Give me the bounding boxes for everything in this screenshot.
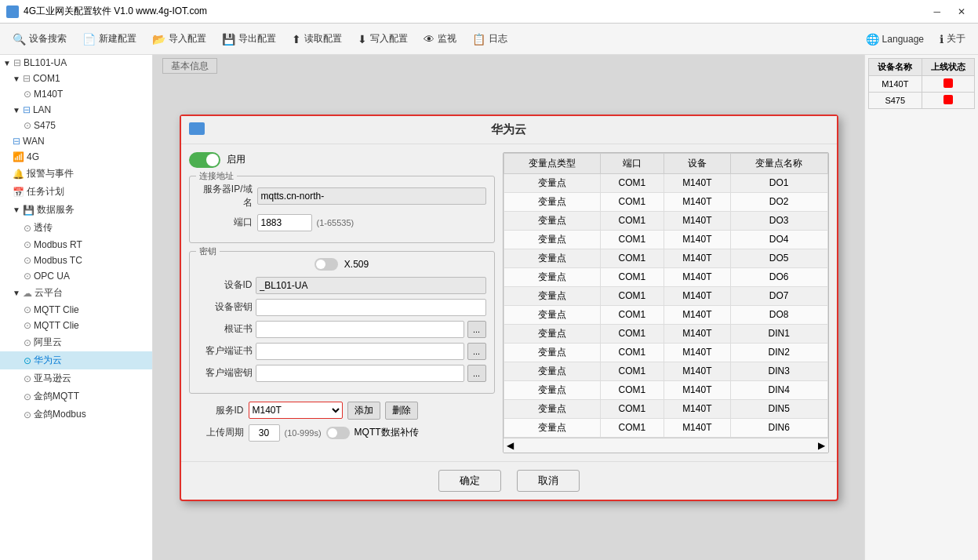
table-row[interactable]: 变量点 COM1 M140T DO1 <box>504 173 827 192</box>
table-row[interactable]: 变量点 COM1 M140T DO2 <box>504 192 827 211</box>
cell-type: 变量点 <box>504 230 601 249</box>
write-config-button[interactable]: ⬇ 写入配置 <box>351 29 414 49</box>
sidebar-item-mqtt1[interactable]: ⊙ MQTT Clie <box>0 302 152 318</box>
variable-table: 变量点类型 端口 设备 变量点名称 变量点 COM1 M140T DO1 <box>504 153 828 438</box>
device-name: M140T <box>869 76 922 93</box>
deviceid-input[interactable] <box>256 277 486 294</box>
monitor-button[interactable]: 👁 监视 <box>417 29 463 49</box>
minimize-button[interactable]: ─ <box>927 3 947 20</box>
content-area: 基本信息 华为云 启用 <box>153 55 864 560</box>
cell-varname: DIN5 <box>730 399 827 418</box>
sidebar-item-amazon[interactable]: ⊙ 亚马逊云 <box>0 369 152 387</box>
4g-icon: 📶 <box>13 151 24 162</box>
cell-device: M140T <box>664 362 730 380</box>
upload-period-input[interactable] <box>249 424 280 442</box>
ok-button[interactable]: 确定 <box>438 470 501 492</box>
clientkey-browse-btn[interactable]: ... <box>467 365 486 382</box>
sidebar-item-mqtt2[interactable]: ⊙ MQTT Clie <box>0 318 152 333</box>
table-row[interactable]: 变量点 COM1 M140T DO3 <box>504 211 827 230</box>
import-config-button[interactable]: 📂 导入配置 <box>146 29 213 49</box>
port-row: 端口 (1-65535) <box>198 214 486 231</box>
expand-icon3: ▼ <box>13 106 20 115</box>
cell-type: 变量点 <box>504 267 601 286</box>
table-scroll-right[interactable]: ▶ <box>818 440 825 451</box>
sidebar-item-dataservice[interactable]: ▼ 💾 数据服务 <box>0 201 152 219</box>
sidebar-item-opcua[interactable]: ⊙ OPC UA <box>0 268 152 284</box>
key-group: 密钥 X.509 设备ID 设备密钥 <box>189 251 495 394</box>
table-row[interactable]: 变量点 COM1 M140T DO5 <box>504 249 827 267</box>
cell-port: COM1 <box>601 230 664 249</box>
key-toggle-switch[interactable] <box>314 258 338 271</box>
sidebar-item-transparent[interactable]: ⊙ 透传 <box>0 219 152 237</box>
sidebar-item-huaweiyun[interactable]: ⊙ 华为云 <box>0 351 152 369</box>
sidebar-item-com1[interactable]: ▼ ⊟ COM1 <box>0 71 152 86</box>
sidebar-item-modbusrt[interactable]: ⊙ Modbus RT <box>0 237 152 253</box>
sidebar-item-alarm[interactable]: 🔔 报警与事件 <box>0 165 152 183</box>
com-icon: ⊟ <box>23 73 31 84</box>
clientcert-browse-btn[interactable]: ... <box>467 343 486 360</box>
devicekey-input[interactable] <box>256 299 486 316</box>
table-row[interactable]: 变量点 COM1 M140T DO8 <box>504 305 827 324</box>
clientcert-label: 客户端证书 <box>198 344 253 358</box>
language-button[interactable]: 🌐 Language <box>860 30 930 49</box>
read-config-button[interactable]: ⬆ 读取配置 <box>285 29 348 49</box>
mqtt-toggle[interactable] <box>326 427 350 439</box>
sidebar-item-m140t[interactable]: ⊙ M140T <box>0 86 152 102</box>
table-row[interactable]: 变量点 COM1 M140T DIN3 <box>504 362 827 380</box>
table-row[interactable]: 变量点 COM1 M140T DIN4 <box>504 380 827 399</box>
task-icon: 📅 <box>13 187 24 198</box>
cell-type: 变量点 <box>504 211 601 230</box>
tp-icon: ⊙ <box>24 223 31 234</box>
log-button[interactable]: 📋 日志 <box>466 29 514 49</box>
table-row[interactable]: 变量点 COM1 M140T DIN5 <box>504 399 827 418</box>
device-status-table: 设备名称 上线状态 M140T S475 <box>868 58 975 109</box>
sidebar-item-4g[interactable]: 📶 4G <box>0 149 152 165</box>
port-input[interactable] <box>257 214 312 231</box>
cell-port: COM1 <box>601 324 664 343</box>
export-config-button[interactable]: 💾 导出配置 <box>216 29 282 49</box>
serviceid-select[interactable]: M140T <box>249 402 343 419</box>
cancel-button[interactable]: 取消 <box>517 470 580 492</box>
sidebar-item-modbustc[interactable]: ⊙ Modbus TC <box>0 253 152 268</box>
sidebar-item-cloud[interactable]: ▼ ☁ 云平台 <box>0 284 152 302</box>
sidebar-item-lan[interactable]: ▼ ⊟ LAN <box>0 102 152 118</box>
device-icon: ⊙ <box>24 89 31 100</box>
server-input[interactable] <box>257 187 486 205</box>
clientkey-input[interactable] <box>256 365 464 382</box>
sidebar-item-goldmodbus[interactable]: ⊙ 金鸽Modbus <box>0 405 152 424</box>
sidebar-item-task[interactable]: 📅 任务计划 <box>0 183 152 201</box>
clientcert-input[interactable] <box>256 343 464 360</box>
sidebar-item-wan[interactable]: ⊟ WAN <box>0 133 152 149</box>
rootcert-browse-btn[interactable]: ... <box>467 321 486 338</box>
table-row[interactable]: 变量点 COM1 M140T DO6 <box>504 267 827 286</box>
table-row[interactable]: 变量点 COM1 M140T DIN6 <box>504 418 827 437</box>
device-col-name: 设备名称 <box>869 59 922 76</box>
about-button[interactable]: ℹ 关于 <box>933 29 972 49</box>
cell-port: COM1 <box>601 343 664 362</box>
enable-toggle[interactable] <box>189 152 220 168</box>
table-row[interactable]: 变量点 COM1 M140T DIN1 <box>504 324 827 343</box>
sidebar-item-aliyun[interactable]: ⊙ 阿里云 <box>0 333 152 351</box>
table-scroll-left[interactable]: ◀ <box>507 440 514 451</box>
sidebar-item-s475[interactable]: ⊙ S475 <box>0 118 152 133</box>
table-row[interactable]: 变量点 COM1 M140T DIN2 <box>504 343 827 362</box>
rootcert-input[interactable] <box>256 321 464 338</box>
close-button[interactable]: ✕ <box>951 3 972 20</box>
table-row[interactable]: 变量点 COM1 M140T DO7 <box>504 286 827 305</box>
add-service-btn[interactable]: 添加 <box>347 402 380 420</box>
new-config-button[interactable]: 📄 新建配置 <box>76 29 143 49</box>
expand-icon: ▼ <box>3 59 11 67</box>
connection-group-label: 连接地址 <box>196 170 237 182</box>
col-port: 端口 <box>601 153 664 173</box>
table-row[interactable]: 变量点 COM1 M140T DO4 <box>504 230 827 249</box>
cell-port: COM1 <box>601 211 664 230</box>
search-button[interactable]: 🔍 设备搜索 <box>6 29 73 49</box>
dialog-header: 华为云 <box>181 116 837 144</box>
read-icon: ⬆ <box>292 33 301 45</box>
sidebar-item-goldmqtt[interactable]: ⊙ 金鸽MQTT <box>0 387 152 405</box>
sidebar-item-bl101ua[interactable]: ▼ ⊟ BL101-UA <box>0 55 152 71</box>
delete-service-btn[interactable]: 删除 <box>385 402 418 420</box>
mbrt-icon: ⊙ <box>24 239 31 250</box>
cell-port: COM1 <box>601 399 664 418</box>
connection-group: 连接地址 服务器IP/域名 端口 (1-65535) <box>189 176 495 243</box>
